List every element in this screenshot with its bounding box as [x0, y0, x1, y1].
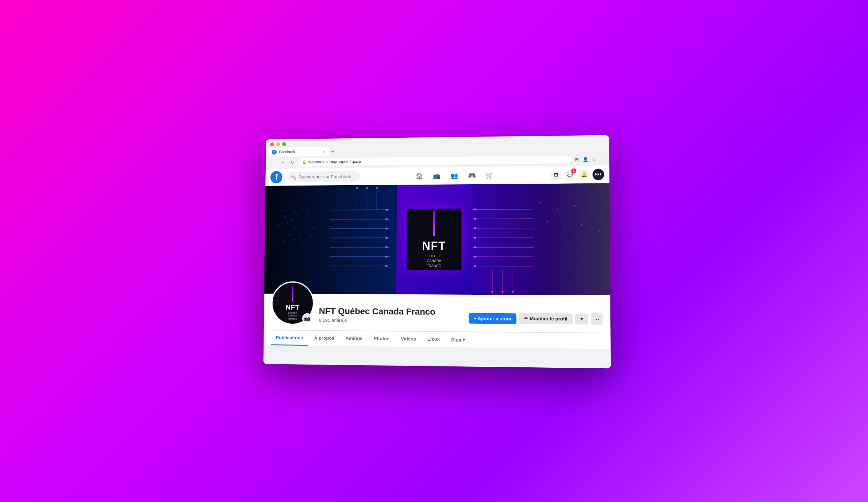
more-options-button[interactable]: ···	[591, 313, 603, 325]
change-avatar-button[interactable]: 📷	[302, 313, 312, 323]
new-tab-button[interactable]: +	[329, 147, 337, 156]
svg-point-43	[376, 187, 378, 189]
nft-center: NFT QUÉBECCANADAFRANCO	[396, 184, 472, 295]
profile-actions: + Ajouter à story ✏ Modifier le profil ▾…	[468, 313, 602, 327]
svg-point-41	[356, 187, 358, 189]
facebook-body	[263, 345, 611, 369]
extensions-icon[interactable]: ⊞	[574, 156, 580, 162]
nft-title-text: NFT	[422, 239, 446, 253]
marketplace-nav-icon[interactable]: 🛒	[482, 168, 497, 183]
avatar-nft-text: NFT	[286, 304, 300, 312]
svg-line-58	[472, 209, 534, 209]
facebook-favicon: f	[272, 150, 277, 155]
browser-chrome: f Facebook × + ← → ↻ 🔒 facebook.com/grou…	[266, 135, 609, 168]
toolbar-icons: ⊞ 👤 ☆ ⋮	[574, 156, 606, 163]
svg-point-51	[474, 237, 476, 239]
profile-info: NFT Québec Canada Franco 8 595 ami(e)s	[319, 306, 464, 326]
tab-more[interactable]: Plus ▾	[446, 332, 470, 347]
svg-point-49	[474, 227, 476, 229]
profile-icon[interactable]: 👤	[582, 156, 589, 162]
svg-point-16	[310, 236, 311, 237]
tab-close-button[interactable]: ×	[323, 150, 325, 153]
svg-point-42	[366, 187, 368, 189]
svg-point-12	[313, 228, 314, 229]
nft-logo-card: NFT QUÉBECCANADAFRANCO	[406, 208, 462, 271]
svg-point-5	[284, 216, 285, 217]
apps-button[interactable]: ⊞	[550, 169, 562, 180]
tab-amies[interactable]: Ami(e)s	[341, 331, 368, 346]
svg-line-46	[472, 218, 534, 219]
bookmark-icon[interactable]: ☆	[590, 156, 597, 162]
more-options-icon[interactable]: ⋮	[599, 156, 606, 162]
nav-center: 🏠 📺 👥 🎮 🛒	[365, 167, 545, 184]
avatar-bar	[292, 286, 293, 301]
svg-point-57	[474, 265, 476, 267]
svg-point-20	[303, 242, 304, 243]
groups-nav-icon[interactable]: 👥	[447, 168, 462, 183]
browser-tab-facebook[interactable]: f Facebook ×	[268, 147, 329, 157]
gaming-nav-icon[interactable]: 🎮	[464, 168, 479, 183]
svg-point-31	[385, 246, 388, 248]
maximize-button[interactable]	[282, 142, 286, 146]
search-input[interactable]	[298, 174, 353, 179]
tab-publications[interactable]: Publications	[271, 330, 308, 346]
close-button[interactable]	[270, 143, 274, 146]
svg-point-11	[303, 224, 304, 225]
tab-photos[interactable]: Photos	[369, 331, 394, 347]
tab-apropos[interactable]: À propos	[309, 330, 339, 346]
browser-window: f Facebook × + ← → ↻ 🔒 facebook.com/grou…	[263, 135, 611, 368]
facebook-logo[interactable]: f	[270, 171, 283, 183]
watch-nav-icon[interactable]: 📺	[429, 168, 444, 183]
circuit-left	[264, 185, 397, 294]
svg-line-24	[330, 219, 390, 219]
svg-point-1	[288, 207, 288, 208]
svg-point-47	[474, 218, 476, 220]
add-story-button[interactable]: + Ajouter à story	[468, 313, 516, 324]
facebook-topnav: f 🔍 🏠 📺 👥 🎮 🛒 ⊞ 💬 1 🔔 NFT	[266, 165, 609, 186]
svg-point-6	[290, 219, 291, 220]
messenger-button[interactable]: 💬 1	[564, 169, 576, 181]
more-tab-label: Plus	[451, 337, 461, 342]
svg-point-33	[385, 256, 388, 258]
minimize-button[interactable]	[276, 142, 280, 146]
svg-point-18	[284, 240, 285, 242]
svg-point-25	[385, 218, 388, 220]
home-nav-icon[interactable]: 🏠	[412, 168, 427, 183]
svg-point-3	[300, 208, 301, 209]
tab-videos[interactable]: Vidéos	[396, 331, 421, 347]
svg-point-35	[385, 265, 387, 267]
more-tab-arrow: ▾	[463, 337, 465, 342]
nav-right: ⊞ 💬 1 🔔 NFT	[550, 168, 604, 181]
svg-point-10	[294, 226, 295, 228]
followers-count: 8 595 ami(e)s	[319, 317, 464, 324]
notifications-button[interactable]: 🔔	[578, 168, 590, 180]
page-name: NFT Québec Canada Franco	[319, 306, 464, 317]
cover-container: NFT QUÉBECCANADAFRANCO	[264, 183, 611, 349]
lock-icon: 🔒	[302, 160, 307, 164]
facebook-content: f 🔍 🏠 📺 👥 🎮 🛒 ⊞ 💬 1 🔔 NFT	[263, 165, 611, 368]
search-bar[interactable]: 🔍	[287, 171, 360, 182]
refresh-button[interactable]: ↻	[289, 158, 296, 166]
url-text: facebook.com/groups/nftqccan	[308, 159, 362, 164]
svg-point-7	[297, 215, 298, 215]
profile-section: NFT QUÉBECCANADAFRANCO 📷 NFT Québec Cana…	[264, 281, 611, 333]
circuit-right	[472, 183, 610, 295]
forward-button[interactable]: →	[279, 158, 286, 166]
avatar-wrapper: NFT QUÉBECCANADAFRANCO 📷	[271, 281, 314, 325]
avatar-sub-text: QUÉBECCANADAFRANCO	[288, 312, 297, 320]
svg-point-15	[300, 233, 301, 234]
svg-point-13	[280, 232, 281, 233]
profile-row: NFT QUÉBECCANADAFRANCO 📷 NFT Québec Cana…	[271, 281, 602, 327]
address-bar[interactable]: 🔒 facebook.com/groups/nftqccan	[298, 155, 571, 166]
svg-point-17	[274, 237, 275, 238]
nft-subtitle-text: QUÉBECCANADAFRANCO	[427, 254, 441, 268]
edit-profile-button[interactable]: ✏ Modifier le profil	[519, 313, 572, 324]
user-avatar[interactable]: NFT	[592, 168, 604, 180]
chevron-button[interactable]: ▾	[575, 314, 588, 325]
svg-point-66	[539, 202, 541, 204]
cover-photo: NFT QUÉBECCANADAFRANCO	[264, 183, 610, 295]
svg-point-2	[294, 211, 295, 212]
tab-lieux[interactable]: Lieux	[422, 332, 445, 347]
svg-point-0	[281, 210, 282, 211]
back-button[interactable]: ←	[269, 158, 277, 166]
